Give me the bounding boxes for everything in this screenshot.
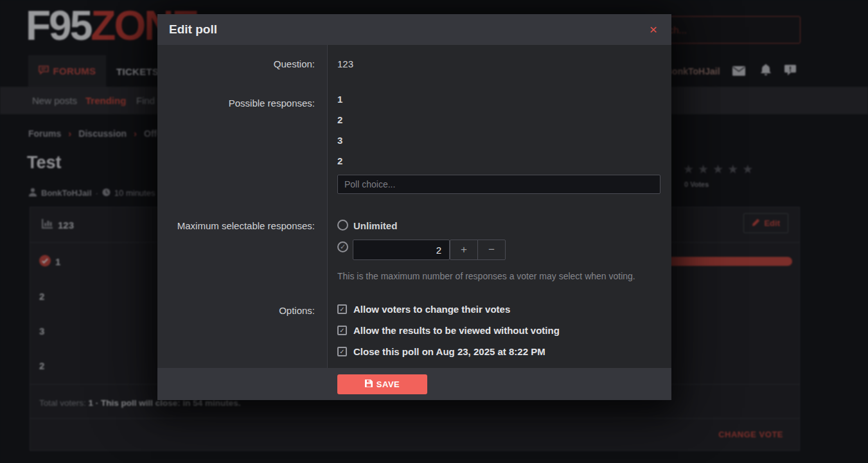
question-value: 123 [337,58,353,69]
response-item: 2 [337,155,342,166]
responses-label: Possible responses: [157,98,315,109]
checkbox-checked-icon[interactable]: ✓ [337,304,347,314]
max-responses-input[interactable] [353,240,450,260]
option-checkbox-row[interactable]: ✓ Allow voters to change their votes [337,304,510,315]
response-item: 2 [337,114,342,125]
checkbox-checked-icon[interactable]: ✓ [337,326,347,335]
response-item: 3 [337,135,342,146]
max-responses-hint: This is the maximum number of responses … [337,271,635,281]
modal-body: Question: 123 Possible responses: 1 2 3 … [157,45,671,368]
modal-title: Edit poll [169,14,217,45]
options-label: Options: [157,305,315,316]
label-column [157,45,328,368]
unlimited-radio-label[interactable]: Unlimited [353,220,397,231]
close-icon[interactable]: × [650,21,657,38]
question-label: Question: [157,58,315,69]
poll-choice-input[interactable] [337,175,660,194]
option-checkbox-label[interactable]: Close this poll on Aug 23, 2025 at 8:22 … [353,346,545,357]
option-checkbox-label[interactable]: Allow the results to be viewed without v… [353,325,560,336]
edit-poll-modal: Edit poll × Question: 123 Possible respo… [157,14,671,400]
response-item: 1 [337,94,342,105]
option-checkbox-row[interactable]: ✓ Close this poll on Aug 23, 2025 at 8:2… [337,346,545,357]
decrement-button[interactable]: − [477,240,506,260]
unlimited-radio[interactable] [337,220,348,231]
floppy-save-icon [365,380,373,389]
save-button-label: SAVE [376,380,400,389]
max-responses-label: Maximum selectable responses: [157,220,315,231]
option-checkbox-label[interactable]: Allow voters to change their votes [353,304,510,315]
checkbox-checked-icon[interactable]: ✓ [337,347,347,356]
modal-footer: SAVE [157,368,671,400]
increment-button[interactable]: + [450,240,478,260]
save-button[interactable]: SAVE [337,374,427,394]
screen: F95ZONE BonkToHJail FORUMS TICKETS New p… [0,0,868,463]
limited-radio-checked[interactable]: ✓ [337,241,348,252]
modal-header: Edit poll × [157,14,671,45]
option-checkbox-row[interactable]: ✓ Allow the results to be viewed without… [337,325,560,336]
